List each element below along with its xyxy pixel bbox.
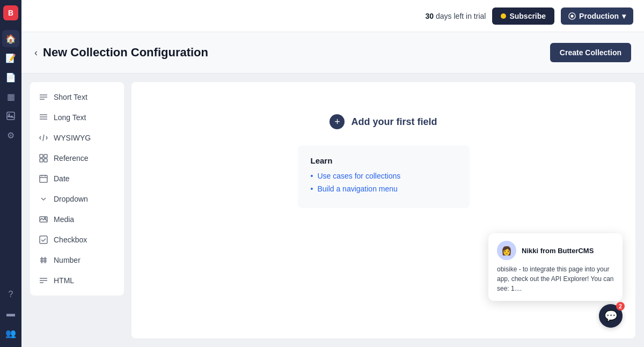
sidebar-item-users[interactable]: 👥 xyxy=(2,324,19,342)
main-area: 30 days left in trial Subscribe Producti… xyxy=(21,0,644,347)
svg-rect-14 xyxy=(44,159,47,162)
sidebar-logo: B xyxy=(3,5,18,20)
dropdown-icon xyxy=(39,194,48,204)
trial-days: 30 xyxy=(426,12,434,20)
field-types-panel: Short Text Long Text WYSIWYG xyxy=(30,82,124,296)
long-text-label: Long Text xyxy=(54,113,86,122)
sidebar-item-media[interactable] xyxy=(2,107,19,124)
field-type-date[interactable]: Date xyxy=(30,169,124,188)
add-field-text: Add your first field xyxy=(351,116,437,128)
sidebar-item-pages[interactable]: 📄 xyxy=(2,69,19,86)
sidebar: B 🏠 📝 📄 ▦ ⚙ ? ▬ 👥 xyxy=(0,0,21,347)
chat-message: obisike - to integrate this page into yo… xyxy=(497,264,614,293)
wysiwyg-icon xyxy=(39,133,48,143)
learn-link-use-cases[interactable]: Use cases for collections xyxy=(311,172,457,180)
number-label: Number xyxy=(54,256,80,264)
create-collection-button[interactable]: Create Collection xyxy=(550,43,631,62)
production-label: Production xyxy=(579,12,619,20)
trial-suffix: days left in trial xyxy=(436,12,486,20)
subscribe-button[interactable]: Subscribe xyxy=(492,8,554,25)
svg-rect-12 xyxy=(44,154,47,158)
field-type-long-text[interactable]: Long Text xyxy=(30,108,124,127)
plus-icon: + xyxy=(330,114,345,129)
chevron-down-icon: ▾ xyxy=(622,12,626,20)
long-text-icon xyxy=(39,113,48,122)
svg-rect-21 xyxy=(40,236,47,243)
svg-point-3 xyxy=(570,14,573,17)
short-text-label: Short Text xyxy=(54,93,87,101)
short-text-icon xyxy=(39,92,48,102)
field-type-short-text[interactable]: Short Text xyxy=(30,87,124,107)
add-field-area[interactable]: + Add your first field xyxy=(330,114,437,129)
sidebar-item-collections[interactable]: ▦ xyxy=(2,88,19,105)
chat-badge: 2 xyxy=(616,302,625,311)
page-header: ‹ New Collection Configuration Create Co… xyxy=(21,32,644,73)
field-type-reference[interactable]: Reference xyxy=(30,149,124,168)
production-button[interactable]: Production ▾ xyxy=(561,8,633,25)
learn-link-navigation[interactable]: Build a navigation menu xyxy=(311,184,457,193)
content-wrapper: ‹ New Collection Configuration Create Co… xyxy=(21,32,644,347)
field-type-number[interactable]: Number xyxy=(30,250,124,270)
production-icon xyxy=(568,12,576,20)
chat-header: 👩 Nikki from ButterCMS xyxy=(497,241,614,260)
checkbox-icon xyxy=(39,235,48,245)
svg-point-20 xyxy=(45,218,46,219)
sidebar-item-home[interactable]: 🏠 xyxy=(2,30,19,47)
media-label: Media xyxy=(54,215,74,224)
page-title: New Collection Configuration xyxy=(43,46,208,60)
svg-rect-11 xyxy=(40,154,43,158)
sidebar-item-settings[interactable]: ⚙ xyxy=(2,127,19,144)
chat-sender-name: Nikki from ButterCMS xyxy=(522,247,594,255)
subscribe-dot xyxy=(501,13,506,19)
chat-avatar: 👩 xyxy=(497,241,516,260)
date-label: Date xyxy=(54,174,70,183)
sidebar-item-blog[interactable]: 📝 xyxy=(2,49,19,67)
chat-button[interactable]: 💬 2 xyxy=(599,304,623,328)
field-type-wysiwyg[interactable]: WYSIWYG xyxy=(30,128,124,147)
date-icon xyxy=(39,174,48,183)
learn-box: Learn Use cases for collections Build a … xyxy=(298,145,470,208)
checkbox-label: Checkbox xyxy=(54,235,87,244)
trial-text: 30 days left in trial xyxy=(426,12,486,20)
chat-preview: 👩 Nikki from ButterCMS obisike - to inte… xyxy=(488,233,623,301)
svg-rect-13 xyxy=(40,159,43,162)
back-button[interactable]: ‹ xyxy=(34,47,38,58)
reference-label: Reference xyxy=(54,154,89,163)
media-icon xyxy=(39,215,48,224)
svg-rect-15 xyxy=(40,175,47,182)
number-icon xyxy=(39,255,48,265)
field-type-dropdown[interactable]: Dropdown xyxy=(30,189,124,209)
chat-icon: 💬 xyxy=(604,309,618,322)
wysiwyg-label: WYSIWYG xyxy=(54,134,91,142)
html-label: HTML xyxy=(54,276,74,285)
field-type-media[interactable]: Media xyxy=(30,210,124,229)
canvas: + Add your first field Learn Use cases f… xyxy=(131,82,635,338)
page-header-left: ‹ New Collection Configuration xyxy=(34,46,208,60)
reference-icon xyxy=(39,153,48,163)
learn-title: Learn xyxy=(311,156,457,165)
subscribe-label: Subscribe xyxy=(509,12,546,20)
topbar: 30 days left in trial Subscribe Producti… xyxy=(21,0,644,32)
dropdown-label: Dropdown xyxy=(54,195,88,203)
html-icon xyxy=(39,276,48,285)
svg-line-10 xyxy=(43,135,44,141)
body-layout: Short Text Long Text WYSIWYG xyxy=(21,73,644,347)
field-type-html[interactable]: HTML xyxy=(30,271,124,290)
field-type-checkbox[interactable]: Checkbox xyxy=(30,230,124,249)
sidebar-item-help[interactable]: ? xyxy=(2,286,19,303)
sidebar-item-activity[interactable]: ▬ xyxy=(2,305,19,322)
